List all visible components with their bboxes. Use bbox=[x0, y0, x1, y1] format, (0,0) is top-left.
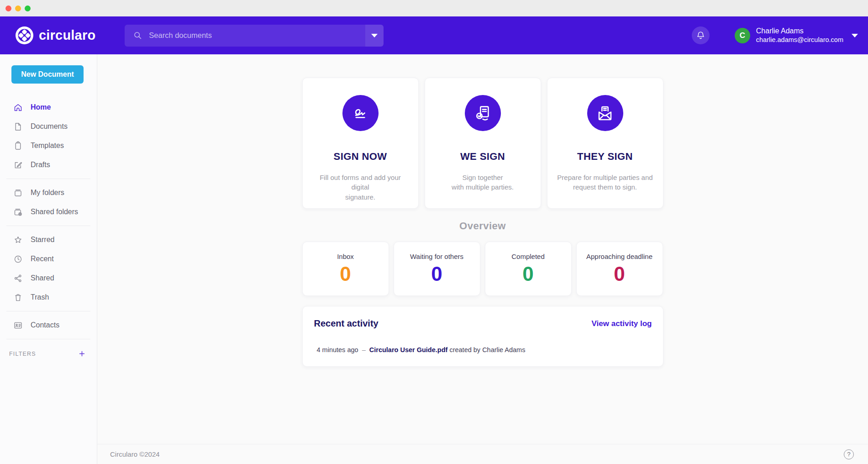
sidebar-item-label: Contacts bbox=[31, 321, 59, 329]
edit-pencil-icon bbox=[13, 160, 23, 170]
action-card-title: THEY SIGN bbox=[547, 151, 663, 163]
view-activity-log-link[interactable]: View activity log bbox=[592, 319, 652, 328]
user-name: Charlie Adams bbox=[756, 26, 843, 36]
stat-label: Waiting for others bbox=[394, 253, 480, 260]
filters-section: FILTERS bbox=[0, 350, 97, 358]
action-card-description: Prepare for multiple parties and request… bbox=[557, 173, 653, 192]
sidebar-item-shared-folders[interactable]: Shared folders bbox=[0, 202, 97, 221]
search-bar bbox=[125, 25, 384, 47]
sidebar-item-trash[interactable]: Trash bbox=[0, 288, 97, 307]
sidebar-item-recent[interactable]: Recent bbox=[0, 249, 97, 269]
clipboard-icon bbox=[13, 141, 23, 151]
sidebar: New Document Home Documents bbox=[0, 54, 97, 464]
sidebar-item-label: Home bbox=[31, 103, 51, 111]
trash-icon bbox=[13, 293, 23, 302]
sidebar-item-documents[interactable]: Documents bbox=[0, 117, 97, 136]
user-menu-chevron-icon[interactable] bbox=[852, 34, 858, 37]
help-button[interactable]: ? bbox=[844, 449, 854, 459]
sidebar-item-label: Shared bbox=[31, 274, 54, 282]
sidebar-divider bbox=[6, 339, 90, 339]
notifications-button[interactable] bbox=[692, 26, 710, 44]
clock-icon bbox=[13, 254, 23, 264]
folder-icon bbox=[13, 188, 23, 198]
circularo-logo-icon bbox=[15, 26, 34, 45]
action-cards-row: SIGN NOW Fill out forms and add your dig… bbox=[302, 78, 663, 209]
document-icon bbox=[13, 122, 23, 132]
stat-value: 0 bbox=[577, 263, 663, 285]
they-sign-card[interactable]: THEY SIGN Prepare for multiple parties a… bbox=[547, 78, 663, 209]
chevron-down-icon bbox=[371, 34, 378, 37]
sidebar-item-drafts[interactable]: Drafts bbox=[0, 155, 97, 174]
stat-label: Approaching deadline bbox=[577, 253, 663, 260]
sidebar-divider bbox=[6, 226, 90, 226]
app-header: circularo C Charlie Adams charlie.adams@… bbox=[0, 16, 868, 54]
sidebar-item-label: Shared folders bbox=[31, 208, 78, 216]
we-sign-card[interactable]: WE SIGN Sign together with multiple part… bbox=[425, 78, 541, 209]
copyright-text: Circularo ©2024 bbox=[110, 450, 160, 458]
footer: Circularo ©2024 ? bbox=[97, 444, 868, 464]
action-card-title: SIGN NOW bbox=[303, 151, 418, 163]
close-window-button[interactable] bbox=[5, 5, 11, 11]
user-email: charlie.adams@circularo.com bbox=[756, 36, 843, 44]
action-card-description: Sign together with multiple parties. bbox=[435, 173, 531, 192]
user-info[interactable]: Charlie Adams charlie.adams@circularo.co… bbox=[756, 26, 843, 44]
sign-now-card[interactable]: SIGN NOW Fill out forms and add your dig… bbox=[302, 78, 419, 209]
action-card-description: Fill out forms and add your digital sign… bbox=[312, 173, 408, 202]
activity-separator: – bbox=[362, 346, 366, 353]
activity-time: 4 minutes ago bbox=[317, 346, 358, 353]
user-avatar[interactable]: C bbox=[735, 28, 750, 43]
filters-label: FILTERS bbox=[9, 351, 36, 357]
envelope-letter-icon bbox=[587, 95, 623, 131]
overview-stats-row: Inbox 0 Waiting for others 0 Completed 0… bbox=[302, 242, 663, 296]
sidebar-item-label: Trash bbox=[31, 293, 49, 301]
activity-item: 4 minutes ago – Circularo User Guide.pdf… bbox=[314, 346, 652, 353]
search-icon bbox=[133, 31, 142, 40]
sidebar-item-starred[interactable]: Starred bbox=[0, 230, 97, 249]
sidebar-item-label: My folders bbox=[31, 189, 64, 197]
star-icon bbox=[13, 235, 23, 245]
header-right-group: C Charlie Adams charlie.adams@circularo.… bbox=[692, 26, 858, 44]
stat-value: 0 bbox=[394, 263, 480, 285]
activity-file-link[interactable]: Circularo User Guide.pdf bbox=[369, 346, 448, 353]
sidebar-item-templates[interactable]: Templates bbox=[0, 136, 97, 155]
stat-card-completed[interactable]: Completed 0 bbox=[485, 242, 572, 296]
zoom-window-button[interactable] bbox=[25, 5, 31, 11]
main-content: SIGN NOW Fill out forms and add your dig… bbox=[97, 54, 868, 444]
stat-card-inbox[interactable]: Inbox 0 bbox=[302, 242, 389, 296]
sidebar-item-home[interactable]: Home bbox=[0, 98, 97, 117]
window-titlebar bbox=[0, 0, 868, 16]
stat-card-approaching-deadline[interactable]: Approaching deadline 0 bbox=[576, 242, 663, 296]
sidebar-item-contacts[interactable]: Contacts bbox=[0, 316, 97, 335]
overview-heading: Overview bbox=[302, 220, 663, 232]
stat-value: 0 bbox=[485, 263, 571, 285]
new-document-button[interactable]: New Document bbox=[11, 65, 84, 84]
brand-name: circularo bbox=[39, 28, 95, 43]
stat-label: Inbox bbox=[303, 253, 389, 260]
folder-user-icon bbox=[13, 207, 23, 217]
recent-activity-card: Recent activity View activity log 4 minu… bbox=[302, 306, 663, 367]
sidebar-divider bbox=[6, 179, 90, 179]
stat-value: 0 bbox=[303, 263, 389, 285]
stat-card-waiting-for-others[interactable]: Waiting for others 0 bbox=[394, 242, 480, 296]
signature-icon bbox=[342, 95, 379, 131]
home-icon bbox=[13, 103, 23, 112]
question-mark-icon: ? bbox=[847, 451, 851, 458]
action-card-title: WE SIGN bbox=[425, 151, 541, 163]
sidebar-item-label: Starred bbox=[31, 236, 54, 244]
document-check-icon bbox=[465, 95, 501, 131]
search-input[interactable] bbox=[149, 31, 365, 40]
add-filter-button[interactable] bbox=[78, 350, 86, 358]
sidebar-item-label: Recent bbox=[31, 255, 54, 263]
share-icon bbox=[13, 274, 23, 283]
search-scope-dropdown[interactable] bbox=[365, 25, 384, 47]
sidebar-item-label: Templates bbox=[31, 142, 64, 150]
minimize-window-button[interactable] bbox=[15, 5, 21, 11]
recent-activity-heading: Recent activity bbox=[314, 318, 379, 329]
sidebar-item-label: Documents bbox=[31, 122, 68, 131]
activity-description: created by Charlie Adams bbox=[449, 346, 525, 353]
contact-card-icon bbox=[13, 321, 23, 330]
brand-logo[interactable]: circularo bbox=[15, 26, 95, 45]
sidebar-item-my-folders[interactable]: My folders bbox=[0, 183, 97, 202]
stat-label: Completed bbox=[485, 253, 571, 260]
sidebar-item-shared[interactable]: Shared bbox=[0, 269, 97, 288]
